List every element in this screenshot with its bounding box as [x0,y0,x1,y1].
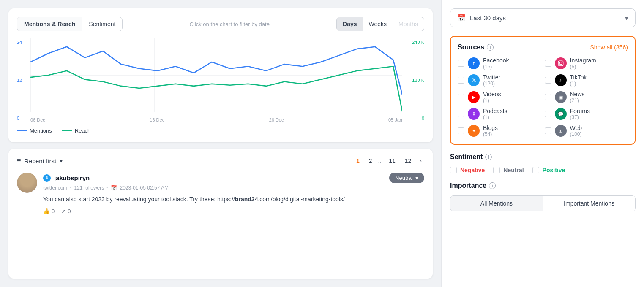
sources-section: Sources i Show all (356) f Facebook (15) [450,36,636,145]
time-weeks-btn[interactable]: Weeks [363,17,393,31]
sentiment-neutral-checkbox[interactable] [493,167,500,173]
sort-button[interactable]: ≡ Recent first ▾ [17,157,63,165]
sentiment-positive-checkbox[interactable] [532,167,539,173]
source-blogs-count: (54) [483,131,498,137]
date-selector[interactable]: 📅 Last 30 days ▾ [450,8,636,27]
x-label-3: 05 Jan [388,117,402,122]
legend-reach: Reach [62,127,91,134]
source-tiktok: ♪ TikTok (1) [545,74,628,87]
sentiment-neutral-item: Neutral [493,167,524,173]
source-facebook-checkbox[interactable] [458,60,464,67]
chart-area[interactable]: 24 12 0 240 K 120 K 0 [17,38,424,122]
source-web-name: Web [570,125,582,131]
source-instagram-info: Instagram (6) [570,57,596,70]
source-news: ▣ News (21) [545,91,628,103]
importance-section: Importance i All Mentions Important Ment… [450,182,636,211]
right-panel: 📅 Last 30 days ▾ Sources i Show all (356… [441,0,644,287]
sentiment-positive-label: Positive [543,167,565,173]
source-blogs-info: Blogs (54) [483,125,498,137]
source-forums-info: Forums (37) [570,108,590,120]
like-count: 0 [52,208,55,214]
chart-y-left: 24 12 0 [17,38,29,122]
page-1[interactable]: 1 [353,156,363,166]
source-blogs: ✦ Blogs (54) [458,125,541,137]
chart-hint: Click on the chart to filter by date [190,21,270,27]
page-11[interactable]: 11 [385,156,399,166]
tab-sentiment[interactable]: Sentiment [82,17,122,31]
source-news-count: (21) [570,97,585,103]
web-icon: ⊕ [555,125,567,137]
source-videos-checkbox[interactable] [458,94,464,100]
show-all-label: Show all [590,44,613,51]
source-tiktok-checkbox[interactable] [545,77,551,84]
twitter-icon: 𝕏 [43,174,51,182]
forums-icon: 💬 [555,108,567,120]
date-selector-left: 📅 Last 30 days [457,14,506,22]
source-instagram-checkbox[interactable] [545,60,551,67]
y-left-top: 24 [17,40,29,45]
svg-point-9 [562,62,562,62]
post-text: You can also start 2023 by reevaluating … [43,195,424,204]
source-blogs-checkbox[interactable] [458,127,464,134]
sentiment-chevron-icon: ▾ [415,175,418,181]
source-web: ⊕ Web (100) [545,125,628,137]
facebook-icon: f [468,57,480,69]
post-username[interactable]: jakubspiryn [54,174,90,181]
sort-icon: ≡ [17,157,21,165]
source-news-checkbox[interactable] [545,94,551,100]
importance-title: Importance i [450,182,496,190]
sentiment-negative-checkbox[interactable] [450,167,457,173]
videos-icon: ▶ [468,91,480,103]
sources-title-text: Sources [458,43,484,51]
source-facebook-count: (15) [483,64,509,70]
post-followers: 121 followers [74,185,104,191]
sources-info-icon[interactable]: i [487,44,494,51]
show-all-link[interactable]: Show all (356) [590,44,628,51]
source-videos-name: Videos [483,91,501,97]
x-label-0: 06 Dec [30,117,45,122]
time-months-btn[interactable]: Months [393,17,424,31]
importance-info-icon[interactable]: i [489,182,496,189]
instagram-icon [555,57,567,69]
post-source[interactable]: twitter.com [43,185,67,191]
share-count: 0 [68,208,71,214]
all-mentions-btn[interactable]: All Mentions [450,196,543,211]
post-like-action[interactable]: 👍 0 [43,208,55,214]
tab-mentions-reach[interactable]: Mentions & Reach [17,17,82,31]
calendar-icon: 📅 [111,185,117,191]
source-instagram: Instagram (6) [545,57,628,70]
sentiment-negative-item: Negative [450,167,485,173]
legend-mentions: Mentions [17,127,52,134]
source-news-info: News (21) [570,91,585,103]
important-mentions-btn[interactable]: Important Mentions [543,196,635,211]
page-2[interactable]: 2 [366,156,376,166]
tiktok-icon: ♪ [555,74,567,86]
sources-grid: f Facebook (15) Instagram (6) [458,57,628,137]
post-text-bold: brand24 [235,196,258,203]
source-blogs-name: Blogs [483,125,498,131]
calendar-icon: 📅 [457,14,466,22]
source-news-name: News [570,91,585,97]
feed-card: ≡ Recent first ▾ 1 2 ... 11 12 › 𝕏 [8,149,433,279]
source-twitter-checkbox[interactable] [458,77,464,84]
post-meta: twitter.com • 121 followers • 📅 2023-01-… [43,185,424,191]
sentiment-header: Sentiment i [450,153,636,161]
source-tiktok-info: TikTok (1) [570,74,587,87]
source-forums-checkbox[interactable] [545,111,551,117]
source-facebook-name: Facebook [483,57,509,64]
post-share-action[interactable]: ↗ 0 [61,208,71,214]
source-web-checkbox[interactable] [545,127,551,134]
sentiment-badge[interactable]: Neutral ▾ [389,173,424,183]
legend-mentions-label: Mentions [30,127,52,134]
show-all-count: (356) [614,44,628,51]
page-next-icon[interactable]: › [417,156,424,166]
sentiment-info-icon[interactable]: i [485,154,492,160]
source-forums-count: (37) [570,114,590,120]
source-podcasts-count: (1) [483,114,508,120]
page-12[interactable]: 12 [401,156,415,166]
source-podcasts-checkbox[interactable] [458,111,464,117]
svg-point-8 [559,62,562,65]
source-facebook: f Facebook (15) [458,57,541,70]
time-days-btn[interactable]: Days [337,17,363,31]
avatar [17,173,37,193]
